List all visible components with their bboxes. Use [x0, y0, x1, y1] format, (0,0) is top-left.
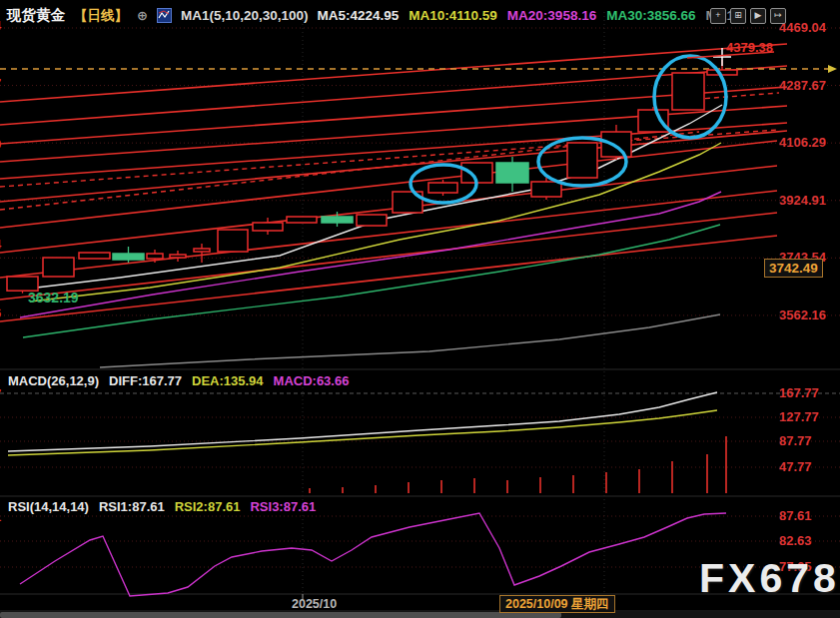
pane-play-icon[interactable]: ▶ [750, 8, 766, 24]
candle-body [43, 258, 74, 277]
rsi1-value: RSI1:87.61 [99, 499, 165, 514]
candle-body [79, 253, 110, 259]
price-line-arrow-icon [828, 65, 837, 73]
rsi-line [20, 513, 726, 596]
candle-body [672, 73, 704, 110]
rsi3-value: RSI3:87.61 [250, 499, 316, 514]
circle-plus-icon[interactable]: ⊕ [137, 8, 148, 23]
price-axis-label: 3924.91 [779, 193, 826, 208]
chart-window: 现货黄金 【日线】 ⊕ MA1(5,10,20,30,100) MA5:4224… [0, 0, 840, 618]
fx678-watermark: FX678 [699, 555, 840, 602]
chart-canvas[interactable] [0, 0, 840, 618]
price-axis-label: 3562.16 [779, 308, 826, 322]
ma-value-label: MA30:3856.66 [606, 8, 695, 23]
candle-body [601, 132, 631, 157]
time-axis-month-label: 2025/10 [292, 597, 337, 611]
candle-body [496, 163, 528, 183]
ma-settings-label: MA1(5,10,20,30,100) [181, 8, 309, 23]
ma100-line [100, 314, 720, 367]
macd-title: MACD(26,12,9) [8, 373, 99, 388]
pane-grid-icon[interactable]: ⊞ [730, 8, 746, 24]
pane-exit-icon[interactable]: ↦ [770, 8, 786, 24]
macd-axis-label: 87.77 [779, 433, 812, 448]
macd-axis-label: 47.77 [779, 459, 812, 474]
candle-body [567, 143, 597, 178]
macd-axis-label: 167.77 [779, 385, 819, 400]
candle-body [531, 182, 561, 197]
clipped-axis-fragment: 6 [0, 306, 1, 320]
ma-value-label: MA20:3958.16 [507, 8, 596, 23]
rsi-header: RSI(14,14,14) RSI1:87.61 RSI2:87.61 RSI3… [8, 499, 316, 514]
macd-dea-line [8, 410, 717, 455]
clipped-axis-fragment: 9 [0, 137, 1, 152]
selected-date-box: 2025/10/09 星期四 [499, 595, 615, 613]
clipped-axis-fragment: 7 [0, 386, 1, 401]
ma-value-label: MA10:4110.59 [409, 8, 497, 23]
macd-dea-value: DEA:135.94 [192, 373, 264, 388]
trend-line [0, 44, 787, 102]
ma-value-label: MA5:4224.95 [317, 8, 399, 23]
trend-line [0, 166, 777, 253]
macd-diff-line [8, 392, 717, 451]
chart-header: 现货黄金 【日线】 ⊕ MA1(5,10,20,30,100) MA5:4224… [7, 6, 742, 25]
candle-body [253, 223, 283, 231]
time-scrollbar-thumb[interactable] [0, 612, 561, 618]
clipped-axis-fragment: 4 [0, 237, 1, 252]
candle-body [357, 215, 387, 226]
rsi-axis-label: 87.61 [779, 508, 812, 523]
rsi-axis-label: 82.63 [779, 533, 812, 548]
candle-body [147, 254, 163, 259]
macd-macd-value: MACD:63.66 [274, 373, 350, 388]
macd-header: MACD(26,12,9) DIFF:167.77 DEA:135.94 MAC… [8, 373, 349, 388]
price-axis-label: 4106.29 [779, 135, 826, 150]
candle-body [218, 230, 248, 252]
candle-body [428, 183, 457, 193]
mini-candlestick-icon[interactable] [157, 8, 172, 23]
move-tool-icon[interactable]: + [710, 8, 726, 24]
timeframe-label: 【日线】 [74, 7, 128, 25]
symbol-name: 现货黄金 [7, 6, 65, 25]
price-axis-label: 4287.67 [779, 78, 826, 93]
ma-values-row: MA5:4224.95MA10:4110.59MA20:3958.16MA30:… [317, 8, 741, 23]
rsi2-value: RSI2:87.61 [175, 499, 241, 514]
low-price-callout: 3632.19 [28, 290, 79, 306]
clipped-axis-fragment: 7 [0, 76, 1, 91]
candle-body [194, 249, 210, 252]
high-price-callout: 4379.38 [726, 40, 773, 55]
current-price-box: 3742.49 [764, 259, 823, 278]
candle-body [638, 110, 668, 132]
candle-body [113, 254, 144, 260]
candle-body [287, 217, 317, 223]
candle-body [170, 255, 186, 258]
clipped-axis-fragment: 4 [0, 18, 1, 33]
clipped-axis-fragment: 1 [0, 509, 1, 524]
macd-axis-label: 127.77 [779, 409, 819, 424]
chart-toolbar: +⊞▶↦ [710, 8, 786, 24]
macd-diff-value: DIFF:167.77 [109, 373, 182, 388]
rsi-title: RSI(14,14,14) [8, 499, 89, 514]
candle-body [322, 217, 353, 223]
price-axis-label: 4469.04 [779, 20, 826, 35]
trend-line [0, 191, 777, 278]
